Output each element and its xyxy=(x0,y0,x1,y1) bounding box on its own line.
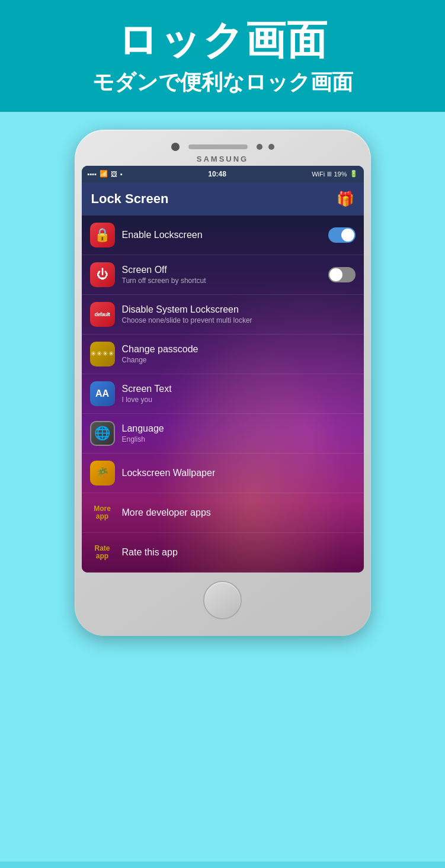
samsung-brand: SAMSUNG xyxy=(82,155,364,163)
screen-off-title: Screen Off xyxy=(122,265,328,275)
gift-icon[interactable]: 🎁 xyxy=(337,191,354,207)
app-header: Lock Screen 🎁 xyxy=(82,182,364,216)
signal-icon: ▪▪▪▪ xyxy=(88,171,97,178)
top-header: ロック画面 モダンで便利なロック画面 xyxy=(0,0,445,112)
setting-change-passcode[interactable]: ✳✳✳✳ Change passcode Change xyxy=(82,335,364,374)
speaker-grille xyxy=(188,144,248,149)
lockscreen-icon: 🔒 xyxy=(90,223,115,247)
enable-lockscreen-title: Enable Lockscreen xyxy=(122,230,328,240)
screen-off-toggle[interactable] xyxy=(328,267,356,282)
front-camera xyxy=(171,143,180,151)
screen-text-subtitle: I love you xyxy=(122,396,356,404)
enable-lockscreen-text: Enable Lockscreen xyxy=(122,230,328,240)
change-passcode-title: Change passcode xyxy=(122,344,356,355)
rate-this-app-title: Rate this app xyxy=(122,547,356,558)
status-left-icons: ▪▪▪▪ 📶 🖼 ▪ xyxy=(88,170,123,178)
phone-screen: ▪▪▪▪ 📶 🖼 ▪ 10:48 WiFi lll 19% 🔋 Lock Scr… xyxy=(82,166,364,573)
passcode-icon: ✳✳✳✳ xyxy=(90,342,115,367)
app-title: Lock Screen xyxy=(91,191,169,207)
disable-icon: default xyxy=(90,302,115,327)
disable-system-title: Disable System Lockscreen xyxy=(122,304,356,315)
settings-list: 🔒 Enable Lockscreen ⏻ Screen Off Turn of… xyxy=(82,216,364,573)
language-text: Language English xyxy=(122,423,356,443)
screen-off-text: Screen Off Turn off screen by shortcut xyxy=(122,265,328,285)
wallpaper-icon: 🌴 xyxy=(90,461,115,486)
language-icon: 🌐 xyxy=(90,421,115,446)
image-icon: 🖼 xyxy=(111,171,117,178)
power-icon: ⏻ xyxy=(97,268,108,281)
screen-off-subtitle: Turn off screen by shortcut xyxy=(122,277,328,285)
screen-text-icon: AA xyxy=(90,381,115,406)
setting-disable-system[interactable]: default Disable System Lockscreen Choose… xyxy=(82,295,364,335)
screen-text-title: Screen Text xyxy=(122,384,356,394)
setting-enable-lockscreen[interactable]: 🔒 Enable Lockscreen xyxy=(82,216,364,255)
setting-language[interactable]: 🌐 Language English xyxy=(82,414,364,454)
phone-top xyxy=(82,137,364,155)
wifi-icon: 📶 xyxy=(100,170,108,178)
more-app-icon: Moreapp xyxy=(90,500,115,525)
phone-bottom xyxy=(82,573,364,629)
more-developer-text: More developer apps xyxy=(122,507,356,518)
more-app-text: Moreapp xyxy=(94,505,111,520)
sensor-dot xyxy=(257,144,262,150)
setting-rate-this-app[interactable]: Rateapp Rate this app xyxy=(82,533,364,573)
enable-lockscreen-toggle[interactable] xyxy=(328,227,356,243)
main-subtitle: モダンで便利なロック画面 xyxy=(12,68,433,97)
phone-area: SAMSUNG ▪▪▪▪ 📶 🖼 ▪ 10:48 WiFi lll 19% 🔋 xyxy=(0,112,445,861)
battery-text: 19% xyxy=(334,171,347,178)
language-subtitle: English xyxy=(122,435,356,443)
rate-this-app-text: Rate this app xyxy=(122,547,356,558)
main-title: ロック画面 xyxy=(12,18,433,62)
setting-more-developer-apps[interactable]: Moreapp More developer apps xyxy=(82,493,364,533)
disable-system-text: Disable System Lockscreen Choose none/sl… xyxy=(122,304,356,324)
change-passcode-text: Change passcode Change xyxy=(122,344,356,364)
rate-app-text: Rateapp xyxy=(94,545,110,560)
status-time: 10:48 xyxy=(208,170,226,178)
default-text: default xyxy=(94,311,110,317)
status-right-icons: WiFi lll 19% 🔋 xyxy=(312,170,357,178)
disable-system-subtitle: Choose none/slide to prevent multi locke… xyxy=(122,316,356,324)
cellular-icon: lll xyxy=(327,171,331,178)
wifi-strength-icon: WiFi xyxy=(312,171,325,178)
setting-lockscreen-wallpaper[interactable]: 🌴 Lockscreen Wallpaper xyxy=(82,454,364,493)
rate-app-icon: Rateapp xyxy=(90,540,115,565)
screen-off-icon: ⏻ xyxy=(90,262,115,287)
more-developer-title: More developer apps xyxy=(122,507,356,518)
screen-text-text: Screen Text I love you xyxy=(122,384,356,404)
palm-tree-icon: 🌴 xyxy=(96,467,109,480)
setting-screen-off[interactable]: ⏻ Screen Off Turn off screen by shortcut xyxy=(82,255,364,295)
language-title: Language xyxy=(122,423,356,434)
aa-icon: AA xyxy=(95,388,109,399)
lock-icon: 🔒 xyxy=(94,227,110,243)
phone-frame: SAMSUNG ▪▪▪▪ 📶 🖼 ▪ 10:48 WiFi lll 19% 🔋 xyxy=(75,130,371,636)
home-button[interactable] xyxy=(203,581,242,619)
lockscreen-wallpaper-title: Lockscreen Wallpaper xyxy=(122,468,356,478)
setting-screen-text[interactable]: AA Screen Text I love you xyxy=(82,374,364,414)
change-passcode-subtitle: Change xyxy=(122,356,356,364)
passcode-dots-icon: ✳✳✳✳ xyxy=(91,350,114,358)
square-icon: ▪ xyxy=(120,171,123,178)
lockscreen-wallpaper-text: Lockscreen Wallpaper xyxy=(122,468,356,478)
status-bar: ▪▪▪▪ 📶 🖼 ▪ 10:48 WiFi lll 19% 🔋 xyxy=(82,166,364,182)
sensor-dot2 xyxy=(268,144,274,150)
battery-icon: 🔋 xyxy=(350,170,358,178)
globe-icon: 🌐 xyxy=(94,426,110,441)
